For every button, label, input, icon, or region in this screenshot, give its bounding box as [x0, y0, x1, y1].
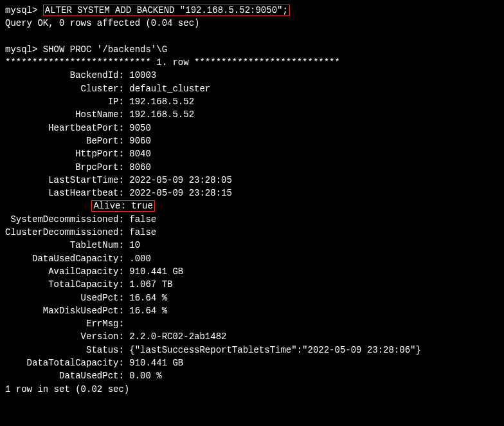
field-datatotalcapacity: DataTotalCapacity: 910.441 GB [5, 357, 499, 369]
field-availcapacity: AvailCapacity: 910.441 GB [5, 265, 499, 278]
alive-status: Alive: true [91, 200, 154, 212]
field-beport: BePort: 9060 [5, 134, 499, 147]
field-tabletnum: TabletNum: 10 [5, 239, 499, 252]
field-status: Status: {"lastSuccessReportTabletsTime":… [5, 344, 499, 357]
field-maxdiskusedpct: MaxDiskUsedPct: 16.64 % [5, 304, 499, 317]
field-errmsg: ErrMsg: [5, 317, 499, 330]
show-command: SHOW PROC '/backends'\G [43, 44, 167, 55]
field-version: Version: 2.2.0-RC02-2ab1482 [5, 330, 499, 343]
field-totalcapacity: TotalCapacity: 1.067 TB [5, 278, 499, 291]
field-brpcport: BrpcPort: 8060 [5, 161, 499, 174]
field-systemdecommissioned: SystemDecommissioned: false [5, 213, 499, 226]
command-line-2: mysql> SHOW PROC '/backends'\G [5, 43, 499, 56]
field-laststarttime: LastStartTime: 2022-05-09 23:28:05 [5, 174, 499, 187]
result-line-1: Query OK, 0 rows affected (0.04 sec) [5, 17, 499, 30]
row-header: *************************** 1. row *****… [5, 56, 499, 69]
field-lastheartbeat: LastHeartbeat: 2022-05-09 23:28:15 [5, 187, 499, 199]
field-usedpct: UsedPct: 16.64 % [5, 292, 499, 304]
blank-line [5, 30, 499, 43]
field-datausedpct: DataUsedPct: 0.00 % [5, 369, 499, 382]
field-heartbeatport: HeartbeatPort: 9050 [5, 122, 499, 134]
field-alive: Alive: true [5, 199, 499, 212]
field-ip: IP: 192.168.5.52 [5, 95, 499, 108]
backend-fields: BackendId: 10003 Cluster: default_cluste… [5, 69, 499, 382]
mysql-prompt: mysql> [5, 5, 43, 15]
field-cluster: Cluster: default_cluster [5, 82, 499, 95]
field-backendid: BackendId: 10003 [5, 69, 499, 82]
field-httpport: HttpPort: 8040 [5, 147, 499, 160]
alter-command: ALTER SYSTEM ADD BACKEND "192.168.5.52:9… [43, 5, 290, 16]
field-datausedcapacity: DataUsedCapacity: .000 [5, 252, 499, 265]
mysql-prompt: mysql> [5, 44, 43, 55]
command-line-1: mysql> ALTER SYSTEM ADD BACKEND "192.168… [5, 4, 499, 17]
result-footer: 1 row in set (0.02 sec) [5, 383, 499, 396]
field-clusterdecommissioned: ClusterDecommissioned: false [5, 226, 499, 239]
field-pad [5, 201, 91, 211]
field-hostname: HostName: 192.168.5.52 [5, 108, 499, 121]
